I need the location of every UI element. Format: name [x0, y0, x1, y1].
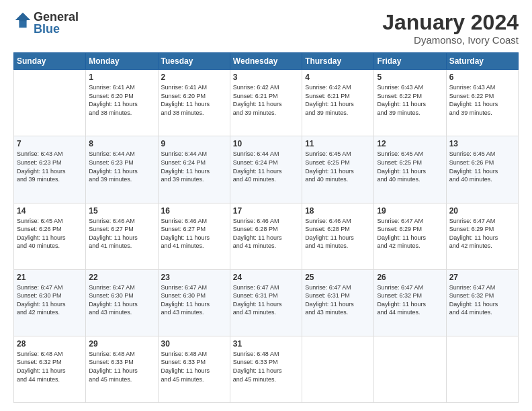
calendar-cell: 31Sunrise: 6:48 AM Sunset: 6:33 PM Dayli…	[230, 336, 302, 402]
day-info: Sunrise: 6:41 AM Sunset: 6:20 PM Dayligh…	[89, 83, 154, 117]
day-number: 3	[233, 73, 299, 82]
day-number: 15	[89, 206, 154, 216]
day-number: 28	[17, 339, 83, 349]
header-monday: Monday	[86, 53, 158, 70]
day-number: 31	[233, 339, 299, 349]
day-info: Sunrise: 6:41 AM Sunset: 6:20 PM Dayligh…	[161, 83, 227, 117]
day-info: Sunrise: 6:47 AM Sunset: 6:29 PM Dayligh…	[377, 217, 443, 250]
calendar-cell	[446, 336, 518, 402]
day-info: Sunrise: 6:46 AM Sunset: 6:28 PM Dayligh…	[305, 217, 371, 250]
day-number: 5	[377, 73, 443, 82]
day-number: 14	[17, 206, 83, 216]
day-number: 22	[89, 273, 154, 282]
day-number: 29	[89, 339, 154, 349]
day-number: 20	[449, 206, 515, 216]
day-number: 10	[233, 139, 299, 148]
calendar-cell: 22Sunrise: 6:47 AM Sunset: 6:30 PM Dayli…	[86, 269, 158, 336]
page: General Blue January 2024 Dyamonso, Ivor…	[0, 0, 532, 411]
calendar-week-0: 1Sunrise: 6:41 AM Sunset: 6:20 PM Daylig…	[14, 70, 519, 136]
day-number: 30	[161, 339, 227, 349]
day-number: 19	[377, 206, 443, 216]
day-info: Sunrise: 6:46 AM Sunset: 6:27 PM Dayligh…	[161, 217, 227, 250]
header: General Blue January 2024 Dyamonso, Ivor…	[13, 11, 519, 46]
day-info: Sunrise: 6:47 AM Sunset: 6:31 PM Dayligh…	[233, 283, 299, 317]
day-info: Sunrise: 6:42 AM Sunset: 6:21 PM Dayligh…	[305, 83, 371, 117]
calendar-cell	[374, 336, 446, 402]
header-friday: Friday	[374, 53, 446, 70]
day-number: 8	[89, 139, 154, 148]
day-number: 7	[17, 139, 83, 148]
day-info: Sunrise: 6:47 AM Sunset: 6:30 PM Dayligh…	[89, 283, 154, 317]
calendar-cell: 2Sunrise: 6:41 AM Sunset: 6:20 PM Daylig…	[158, 70, 230, 136]
calendar-cell: 17Sunrise: 6:46 AM Sunset: 6:28 PM Dayli…	[230, 203, 302, 269]
calendar-cell: 26Sunrise: 6:47 AM Sunset: 6:32 PM Dayli…	[374, 269, 446, 336]
day-info: Sunrise: 6:45 AM Sunset: 6:25 PM Dayligh…	[305, 150, 371, 183]
svg-marker-1	[15, 13, 30, 21]
calendar-cell: 24Sunrise: 6:47 AM Sunset: 6:31 PM Dayli…	[230, 269, 302, 336]
calendar-cell	[14, 70, 86, 136]
calendar-cell: 9Sunrise: 6:44 AM Sunset: 6:24 PM Daylig…	[158, 136, 230, 203]
calendar-cell: 14Sunrise: 6:45 AM Sunset: 6:26 PM Dayli…	[14, 203, 86, 269]
header-tuesday: Tuesday	[158, 53, 230, 70]
calendar-cell: 23Sunrise: 6:47 AM Sunset: 6:30 PM Dayli…	[158, 269, 230, 336]
calendar-cell: 11Sunrise: 6:45 AM Sunset: 6:25 PM Dayli…	[302, 136, 374, 203]
calendar-cell: 29Sunrise: 6:48 AM Sunset: 6:33 PM Dayli…	[86, 336, 158, 402]
calendar-cell: 16Sunrise: 6:46 AM Sunset: 6:27 PM Dayli…	[158, 203, 230, 269]
calendar-week-2: 14Sunrise: 6:45 AM Sunset: 6:26 PM Dayli…	[14, 203, 519, 269]
calendar-body: 1Sunrise: 6:41 AM Sunset: 6:20 PM Daylig…	[14, 70, 519, 403]
day-info: Sunrise: 6:47 AM Sunset: 6:30 PM Dayligh…	[17, 283, 83, 317]
title-block: January 2024 Dyamonso, Ivory Coast	[382, 11, 519, 46]
day-number: 6	[449, 73, 515, 82]
calendar-cell: 18Sunrise: 6:46 AM Sunset: 6:28 PM Dayli…	[302, 203, 374, 269]
calendar-cell: 27Sunrise: 6:47 AM Sunset: 6:32 PM Dayli…	[446, 269, 518, 336]
calendar-week-3: 21Sunrise: 6:47 AM Sunset: 6:30 PM Dayli…	[14, 269, 519, 336]
calendar-cell: 21Sunrise: 6:47 AM Sunset: 6:30 PM Dayli…	[14, 269, 86, 336]
day-number: 18	[305, 206, 371, 216]
day-info: Sunrise: 6:48 AM Sunset: 6:33 PM Dayligh…	[233, 350, 299, 383]
day-info: Sunrise: 6:44 AM Sunset: 6:24 PM Dayligh…	[161, 150, 227, 183]
day-number: 9	[161, 139, 227, 148]
day-number: 26	[377, 273, 443, 282]
logo-general-text: General	[34, 11, 79, 23]
calendar-cell: 25Sunrise: 6:47 AM Sunset: 6:31 PM Dayli…	[302, 269, 374, 336]
calendar-cell: 28Sunrise: 6:48 AM Sunset: 6:32 PM Dayli…	[14, 336, 86, 402]
header-saturday: Saturday	[446, 53, 518, 70]
calendar-week-1: 7Sunrise: 6:43 AM Sunset: 6:23 PM Daylig…	[14, 136, 519, 203]
day-info: Sunrise: 6:48 AM Sunset: 6:33 PM Dayligh…	[89, 350, 154, 383]
day-info: Sunrise: 6:44 AM Sunset: 6:23 PM Dayligh…	[89, 150, 154, 183]
day-info: Sunrise: 6:47 AM Sunset: 6:31 PM Dayligh…	[305, 283, 371, 317]
calendar-cell: 7Sunrise: 6:43 AM Sunset: 6:23 PM Daylig…	[14, 136, 86, 203]
calendar-table: Sunday Monday Tuesday Wednesday Thursday…	[13, 52, 519, 403]
day-info: Sunrise: 6:45 AM Sunset: 6:26 PM Dayligh…	[17, 217, 83, 250]
calendar-week-4: 28Sunrise: 6:48 AM Sunset: 6:32 PM Dayli…	[14, 336, 519, 402]
header-wednesday: Wednesday	[230, 53, 302, 70]
day-number: 25	[305, 273, 371, 282]
day-info: Sunrise: 6:47 AM Sunset: 6:32 PM Dayligh…	[449, 283, 515, 317]
day-info: Sunrise: 6:47 AM Sunset: 6:30 PM Dayligh…	[161, 283, 227, 317]
header-row: Sunday Monday Tuesday Wednesday Thursday…	[14, 53, 519, 70]
day-number: 23	[161, 273, 227, 282]
calendar-header: Sunday Monday Tuesday Wednesday Thursday…	[14, 53, 519, 70]
calendar-cell: 19Sunrise: 6:47 AM Sunset: 6:29 PM Dayli…	[374, 203, 446, 269]
day-number: 27	[449, 273, 515, 282]
calendar-cell: 10Sunrise: 6:44 AM Sunset: 6:24 PM Dayli…	[230, 136, 302, 203]
day-number: 16	[161, 206, 227, 216]
day-number: 11	[305, 139, 371, 148]
day-info: Sunrise: 6:48 AM Sunset: 6:32 PM Dayligh…	[17, 350, 83, 383]
calendar-cell	[302, 336, 374, 402]
day-number: 21	[17, 273, 83, 282]
calendar-cell: 3Sunrise: 6:42 AM Sunset: 6:21 PM Daylig…	[230, 70, 302, 136]
header-sunday: Sunday	[14, 53, 86, 70]
day-info: Sunrise: 6:47 AM Sunset: 6:32 PM Dayligh…	[377, 283, 443, 317]
day-number: 12	[377, 139, 443, 148]
day-info: Sunrise: 6:45 AM Sunset: 6:26 PM Dayligh…	[449, 150, 515, 183]
day-number: 13	[449, 139, 515, 148]
day-info: Sunrise: 6:43 AM Sunset: 6:22 PM Dayligh…	[449, 83, 515, 117]
day-info: Sunrise: 6:48 AM Sunset: 6:33 PM Dayligh…	[161, 350, 227, 383]
day-info: Sunrise: 6:43 AM Sunset: 6:23 PM Dayligh…	[17, 150, 83, 183]
logo-icon	[13, 11, 32, 30]
calendar-cell: 30Sunrise: 6:48 AM Sunset: 6:33 PM Dayli…	[158, 336, 230, 402]
day-number: 4	[305, 73, 371, 82]
calendar-cell: 8Sunrise: 6:44 AM Sunset: 6:23 PM Daylig…	[86, 136, 158, 203]
calendar-cell: 4Sunrise: 6:42 AM Sunset: 6:21 PM Daylig…	[302, 70, 374, 136]
